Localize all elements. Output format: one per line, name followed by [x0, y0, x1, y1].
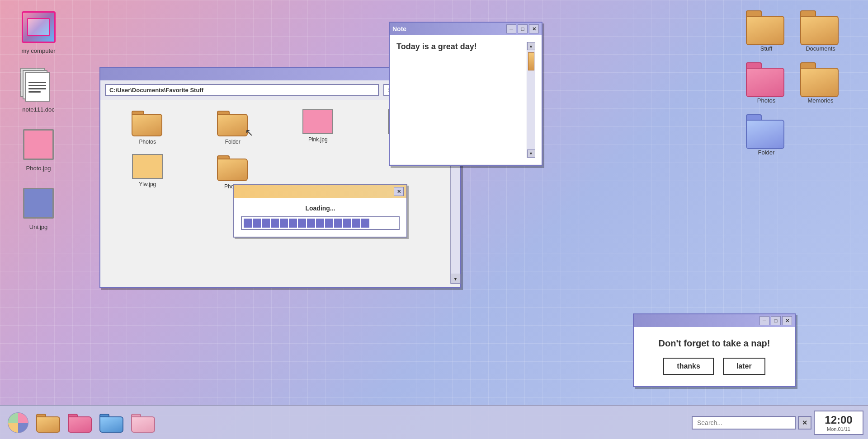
progress-block — [334, 219, 342, 228]
file-label-pink: Pink.jpg — [308, 136, 328, 143]
note-window: Note ─ □ ✕ Today is a great day! ▲ ▼ — [389, 22, 542, 166]
note-scroll-thumb[interactable] — [528, 52, 534, 70]
tb-folder-tan — [36, 412, 61, 433]
clock-time: 12:00 — [820, 414, 857, 426]
taskbar-folder-2[interactable] — [66, 410, 95, 435]
pie-icon — [7, 411, 29, 434]
uni-icon — [20, 185, 57, 221]
nap-titlebar[interactable]: ─ □ ✕ — [634, 314, 795, 327]
taskbar-search: ✕ — [692, 416, 811, 430]
loading-titlebar[interactable]: ✕ — [234, 185, 406, 198]
note-content: Today is a great day! ▲ ▼ — [390, 35, 542, 164]
desktop-icons-left: my computer note111.doc Photo.jpg Uni.jp… — [18, 9, 59, 230]
uni-label: Uni.jpg — [29, 224, 47, 230]
taskbar-search-clear[interactable]: ✕ — [798, 416, 811, 430]
file-folder-folder: ↖ — [217, 109, 249, 136]
note-scroll-down[interactable]: ▼ — [527, 149, 535, 158]
folder-label: Folder — [758, 149, 775, 156]
file-item-folder[interactable]: ↖ Folder — [195, 109, 271, 145]
nap-dialog: ─ □ ✕ Don't forget to take a nap! thanks… — [633, 313, 796, 387]
note-text[interactable]: Today is a great day! — [396, 42, 524, 158]
nap-message: Don't forget to take a nap! — [643, 338, 786, 349]
nap-content: Don't forget to take a nap! thanks later — [634, 327, 795, 386]
progress-block — [289, 219, 297, 228]
progress-fill — [244, 219, 369, 227]
desktop-icon-stuff[interactable]: Stuff — [746, 9, 787, 52]
photo-label: Photo.jpg — [26, 165, 51, 172]
file-label-yellow: Ylw.jpg — [139, 181, 156, 187]
loading-text: Loading... — [241, 205, 400, 212]
taskbar-search-input[interactable] — [692, 416, 796, 430]
desktop-icon-documents[interactable]: Documents — [800, 9, 841, 52]
file-thumb-pink — [302, 109, 333, 134]
documents-label: Documents — [806, 45, 835, 52]
nap-controls: ─ □ ✕ — [760, 316, 792, 325]
thanks-button[interactable]: thanks — [663, 358, 714, 375]
desktop-icon-photo[interactable]: Photo.jpg — [18, 126, 59, 172]
file-label-photos-1: Photos — [139, 139, 156, 145]
note-label: note111.doc — [22, 106, 55, 113]
progress-block — [361, 219, 369, 228]
note-title: Note — [392, 25, 406, 33]
note-controls: ─ □ ✕ — [506, 24, 539, 33]
progress-block — [262, 219, 270, 228]
file-item-photos-1[interactable]: Photos — [109, 109, 186, 145]
photos-label: Photos — [757, 97, 775, 104]
file-item-pink[interactable]: Pink.jpg — [280, 109, 356, 145]
clock-date: Mon.01/11 — [820, 426, 857, 432]
file-item-yellow[interactable]: Ylw.jpg — [109, 154, 186, 190]
note-scroll-up[interactable]: ▲ — [527, 42, 535, 50]
later-button[interactable]: later — [723, 358, 765, 375]
folder-icon — [746, 113, 787, 149]
progress-block — [343, 219, 351, 228]
file-thumb-yellow — [132, 154, 163, 179]
nap-close-button[interactable]: ✕ — [782, 316, 792, 325]
desktop-icon-note[interactable]: note111.doc — [18, 68, 59, 113]
note-scroll-track — [527, 50, 535, 149]
progress-block — [280, 219, 288, 228]
stuff-label: Stuff — [760, 45, 773, 52]
loading-dialog: ✕ Loading... — [233, 184, 407, 238]
my-computer-label: my computer — [21, 47, 55, 54]
desktop-icon-photos[interactable]: Photos — [746, 61, 787, 104]
nap-maximize-button[interactable]: □ — [771, 316, 781, 325]
progress-block — [298, 219, 306, 228]
tb-folder-light-pink — [131, 412, 156, 433]
note-minimize-button[interactable]: ─ — [506, 24, 516, 33]
documents-folder-icon — [800, 9, 841, 45]
desktop-icon-uni[interactable]: Uni.jpg — [18, 185, 59, 230]
nap-minimize-button[interactable]: ─ — [760, 316, 769, 325]
progress-block — [352, 219, 360, 228]
taskbar-folder-1[interactable] — [34, 410, 63, 435]
note-titlebar[interactable]: Note ─ □ ✕ — [390, 23, 542, 35]
address-bar[interactable]: C:\User\Documents\Favorite Stuff — [105, 84, 379, 96]
my-computer-icon — [20, 9, 57, 45]
note-maximize-button[interactable]: □ — [518, 24, 528, 33]
taskbar-folder-3[interactable] — [97, 410, 127, 435]
nap-buttons: thanks later — [643, 358, 786, 375]
progress-block — [307, 219, 315, 228]
note-icon — [20, 68, 57, 104]
taskbar-folder-4[interactable] — [129, 410, 158, 435]
progress-block — [244, 219, 252, 228]
tb-folder-blue — [99, 412, 124, 433]
progress-block — [325, 219, 333, 228]
progress-block — [253, 219, 261, 228]
progress-bar — [241, 216, 400, 230]
progress-block — [271, 219, 279, 228]
note-scrollbar: ▲ ▼ — [527, 42, 535, 158]
tb-folder-pink — [68, 412, 93, 433]
desktop-icon-folder[interactable]: Folder — [746, 113, 787, 156]
file-folder-photos-1 — [132, 109, 163, 136]
note-close-button[interactable]: ✕ — [529, 24, 539, 33]
taskbar: ✕ 12:00 Mon.01/11 — [0, 405, 868, 439]
taskbar-clock: 12:00 Mon.01/11 — [814, 411, 863, 435]
desktop-icon-my-computer[interactable]: my computer — [18, 9, 59, 54]
loading-close-button[interactable]: ✕ — [394, 187, 404, 196]
stuff-folder-icon — [746, 9, 787, 45]
memories-folder-icon — [800, 61, 841, 97]
desktop-icon-memories[interactable]: Memories — [800, 61, 841, 104]
loading-content: Loading... — [234, 198, 406, 237]
start-button[interactable] — [5, 410, 32, 435]
scroll-down-arrow[interactable]: ▼ — [451, 274, 461, 284]
